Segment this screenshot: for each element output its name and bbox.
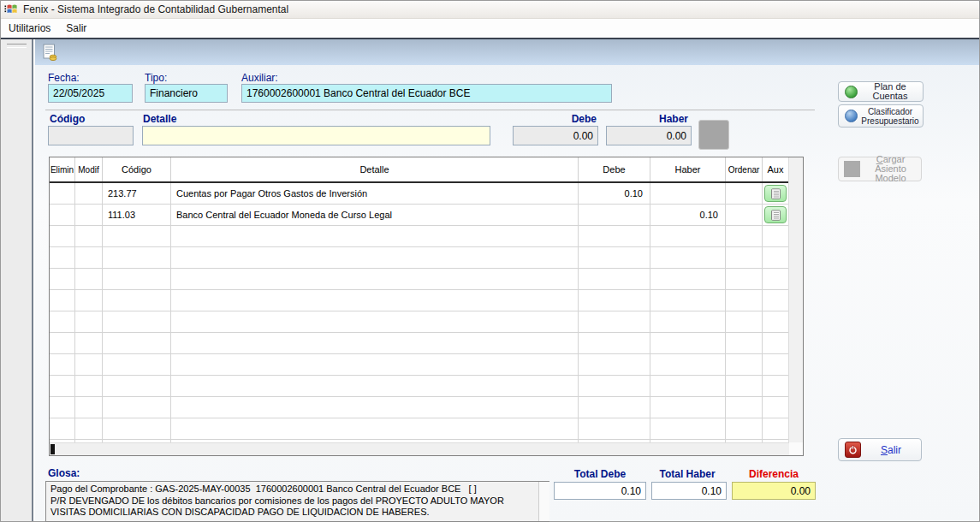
plan-de-cuentas-button[interactable]: Plan de Cuentas — [838, 81, 924, 102]
codigo-input[interactable] — [48, 126, 134, 145]
toolbar — [35, 39, 979, 65]
empty-cell — [579, 269, 650, 289]
salir-button[interactable]: Salir — [838, 438, 922, 461]
vertical-scrollbar[interactable] — [788, 157, 803, 442]
horizontal-scrollbar[interactable] — [50, 442, 789, 455]
glosa-textarea[interactable]: Pago del Comprobante : GAS-2025-MAY-0003… — [45, 481, 549, 522]
table-empty-row[interactable] — [50, 333, 789, 354]
empty-cell — [763, 311, 789, 332]
empty-cell — [763, 418, 789, 439]
notepad-icon — [771, 188, 781, 199]
empty-cell — [171, 376, 579, 396]
table-row[interactable]: 213.77 Cuentas por Pagar Otros Gastos de… — [50, 183, 789, 205]
empty-cell — [75, 290, 103, 311]
empty-cell — [763, 376, 789, 396]
empty-cell — [726, 333, 763, 353]
cargar-asiento-modelo-button[interactable]: Cargar Asiento Modelo — [838, 157, 922, 181]
empty-cell — [103, 418, 171, 439]
detalle-input[interactable] — [142, 126, 490, 145]
cell-debe — [579, 205, 650, 225]
left-collapsed-panel[interactable] — [1, 39, 33, 521]
scrollbar-thumb[interactable] — [50, 444, 55, 454]
aux-button[interactable] — [764, 185, 787, 202]
table-empty-row[interactable] — [50, 247, 789, 269]
aux-button[interactable] — [764, 206, 787, 223]
cell-codigo: 213.77 — [103, 183, 171, 204]
table-empty-row[interactable] — [50, 376, 789, 397]
cell-aux — [763, 183, 789, 204]
empty-cell — [763, 269, 789, 289]
menu-bar: Utilitarios Salir — [1, 19, 979, 38]
col-elimin[interactable]: Elimin — [50, 157, 75, 181]
menu-utilitarios[interactable]: Utilitarios — [1, 21, 58, 36]
debe-input[interactable]: 0.00 — [513, 126, 598, 145]
empty-cell — [171, 397, 579, 418]
table-empty-row[interactable] — [50, 226, 789, 247]
cell-ordenar[interactable] — [726, 183, 763, 204]
table-empty-row[interactable] — [50, 354, 789, 376]
col-modif[interactable]: Modif — [75, 157, 103, 181]
menu-salir[interactable]: Salir — [58, 21, 94, 36]
auxiliar-field[interactable]: 1760002600001 Banco Central del Ecuador … — [241, 84, 612, 103]
empty-cell — [763, 333, 789, 353]
empty-cell — [579, 311, 650, 332]
cell-ordenar[interactable] — [726, 205, 763, 225]
table-empty-row[interactable] — [50, 397, 789, 418]
empty-cell — [726, 269, 763, 289]
empty-cell — [650, 311, 726, 332]
clasificador-label: Clasificador Presupuestario — [858, 107, 923, 126]
col-codigo[interactable]: Código — [103, 157, 171, 181]
empty-cell — [103, 247, 171, 268]
empty-cell — [650, 247, 726, 268]
clasificador-presupuestario-button[interactable]: Clasificador Presupuestario — [838, 104, 924, 128]
empty-cell — [579, 247, 650, 268]
col-debe[interactable]: Debe — [579, 157, 650, 181]
cell-elimin[interactable] — [50, 205, 75, 225]
empty-cell — [103, 333, 171, 353]
empty-cell — [726, 376, 763, 396]
table-empty-row[interactable] — [50, 311, 789, 333]
total-debe-label: Total Debe — [554, 468, 646, 480]
col-ordenar[interactable]: Ordenar — [726, 157, 763, 181]
panel-grip[interactable] — [7, 44, 27, 48]
tipo-field[interactable]: Financiero — [145, 84, 228, 103]
entry-action-button[interactable] — [698, 120, 729, 150]
col-haber[interactable]: Haber — [650, 157, 726, 181]
fecha-label: Fecha: — [48, 72, 80, 84]
glosa-scrollbar[interactable] — [538, 482, 549, 521]
empty-cell — [726, 397, 763, 418]
table-row[interactable]: 111.03 Banco Central del Ecuador Moneda … — [50, 205, 789, 226]
table-header: Elimin Modif Código Detalle Debe Haber O… — [50, 157, 803, 183]
empty-cell — [650, 269, 726, 289]
new-voucher-button[interactable] — [40, 43, 59, 62]
empty-cell — [650, 226, 726, 246]
cell-modif[interactable] — [75, 205, 103, 225]
detalle-label: Detalle — [143, 113, 176, 125]
fecha-field[interactable]: 22/05/2025 — [48, 84, 133, 103]
empty-cell — [171, 354, 579, 375]
empty-cell — [50, 333, 75, 353]
empty-cell — [50, 311, 75, 332]
diferencia-label: Diferencia — [732, 468, 816, 480]
empty-cell — [50, 269, 75, 289]
empty-cell — [726, 247, 763, 268]
col-detalle[interactable]: Detalle — [171, 157, 579, 181]
col-aux[interactable]: Aux — [763, 157, 789, 181]
table-empty-row[interactable] — [50, 290, 789, 311]
cell-elimin[interactable] — [50, 183, 75, 204]
glosa-label: Glosa: — [48, 467, 80, 479]
table-empty-row[interactable] — [50, 418, 789, 440]
empty-cell — [726, 311, 763, 332]
empty-cell — [50, 376, 75, 396]
empty-cell — [171, 269, 579, 289]
empty-cell — [726, 354, 763, 375]
empty-cell — [579, 376, 650, 396]
salir-label: Salir — [861, 444, 921, 456]
diferencia-field: 0.00 — [732, 482, 816, 500]
haber-input[interactable]: 0.00 — [606, 126, 692, 145]
cell-haber: 0.10 — [650, 205, 726, 225]
empty-cell — [75, 311, 103, 332]
empty-cell — [171, 247, 579, 268]
table-empty-row[interactable] — [50, 269, 789, 290]
cell-modif[interactable] — [75, 183, 103, 204]
